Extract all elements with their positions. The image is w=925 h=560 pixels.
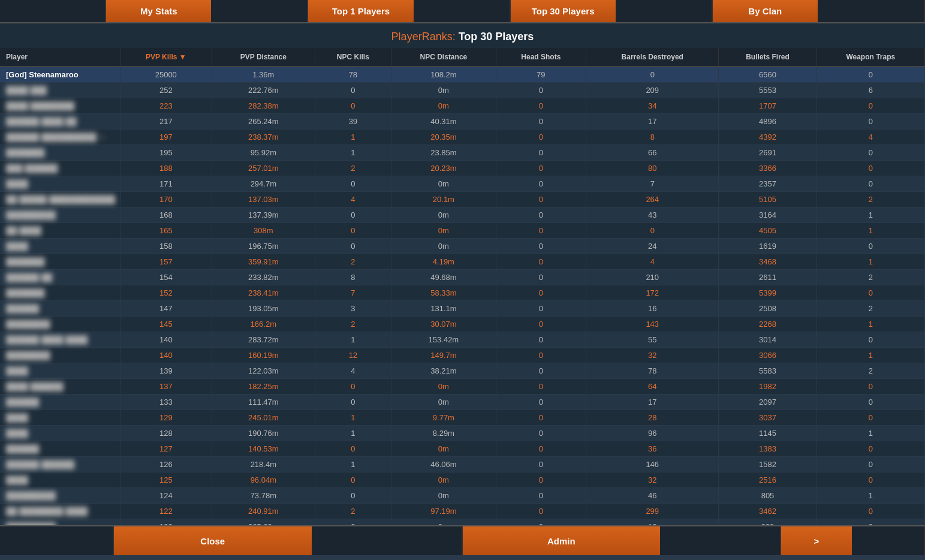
cell-pvp_dist: 193.05m — [212, 301, 315, 317]
cell-weapon_traps: 0 — [816, 472, 924, 488]
cell-npc_kills: 0 — [315, 519, 391, 526]
cell-pvp_kills: 165 — [120, 223, 212, 239]
nav-spacer-right — [819, 0, 925, 22]
table-row: ██████ ██154233.82m849.68m021026112 — [0, 270, 925, 285]
cell-weapon_traps: 0 — [816, 239, 924, 254]
cell-weapon_traps: 1 — [816, 207, 924, 223]
next-button[interactable]: > — [781, 526, 853, 555]
cell-npc_dist: 20.35m — [391, 130, 496, 145]
cell-head_shots: 0 — [496, 270, 586, 285]
cell-barrels: 8 — [586, 130, 719, 145]
table-row: ████158196.75m00m02416190 — [0, 239, 925, 254]
cell-head_shots: 0 — [496, 426, 586, 441]
cell-pvp_kills: 125 — [120, 472, 212, 488]
nav-spacer-left — [0, 0, 106, 22]
cell-npc_dist: 58.33m — [391, 285, 496, 301]
cell-pvp_dist: 96.04m — [212, 472, 315, 488]
cell-weapon_traps: 1 — [816, 317, 924, 332]
cell-head_shots: 0 — [496, 301, 586, 317]
col-player: Player — [0, 48, 120, 67]
cell-npc_dist: 0m — [391, 488, 496, 504]
table-row: ████12596.04m00m03225160 — [0, 472, 925, 488]
cell-pvp_dist: 245.01m — [212, 410, 315, 426]
cell-player: ██████ — [0, 441, 120, 457]
cell-pvp_kills: 128 — [120, 426, 212, 441]
cell-weapon_traps: 0 — [816, 379, 924, 395]
cell-weapon_traps: 0 — [816, 332, 924, 348]
cell-player: ███ ██████ — [0, 161, 120, 176]
cell-pvp_kills: 252 — [120, 83, 212, 98]
cell-npc_kills: 2 — [315, 161, 391, 176]
cell-bullets: 5399 — [719, 285, 816, 301]
cell-head_shots: 0 — [496, 472, 586, 488]
cell-barrels: 17 — [586, 395, 719, 410]
table-row: ██████ ████ ████140283.72m1153.42m055301… — [0, 332, 925, 348]
table-row: ██████ ████ ██217265.24m3940.31m01748960 — [0, 114, 925, 130]
cell-bullets: 1707 — [719, 98, 816, 114]
col-pvp-kills[interactable]: PVP Kills ▼ — [120, 48, 212, 67]
table-row: ████139122.03m438.21m07855832 — [0, 363, 925, 379]
cell-pvp_kills: 195 — [120, 145, 212, 161]
cell-pvp_kills: 126 — [120, 457, 212, 472]
cell-barrels: 172 — [586, 285, 719, 301]
cell-pvp_dist: 222.76m — [212, 83, 315, 98]
admin-button[interactable]: Admin — [463, 526, 662, 555]
table-row: ███████19595.92m123.85m06626910 — [0, 145, 925, 161]
cell-weapon_traps: 2 — [816, 301, 924, 317]
bottom-spacer-mid — [313, 526, 463, 555]
table-row: ████████145166.2m230.07m014322681 — [0, 317, 925, 332]
cell-player: ██████ ████ ██ — [0, 114, 120, 130]
cell-head_shots: 0 — [496, 130, 586, 145]
cell-bullets: 2097 — [719, 395, 816, 410]
cell-pvp_dist: 257.01m — [212, 161, 315, 176]
cell-pvp_kills: 152 — [120, 285, 212, 301]
cell-bullets: 4505 — [719, 223, 816, 239]
cell-npc_dist: 20.23m — [391, 161, 496, 176]
table-row: █████████122265.69m00m0139980 — [0, 519, 925, 526]
cell-bullets: 3164 — [719, 207, 816, 223]
cell-weapon_traps: 0 — [816, 67, 924, 83]
cell-weapon_traps: 1 — [816, 223, 924, 239]
cell-npc_dist: 23.85m — [391, 145, 496, 161]
table-row: ██ ████████ ████122240.91m297.19m0299346… — [0, 504, 925, 519]
cell-pvp_dist: 160.19m — [212, 348, 315, 363]
cell-pvp_dist: 265.69m — [212, 519, 315, 526]
cell-head_shots: 0 — [496, 176, 586, 192]
cell-pvp_dist: 140.53m — [212, 441, 315, 457]
cell-head_shots: 0 — [496, 83, 586, 98]
cell-pvp_kills: 154 — [120, 270, 212, 285]
cell-npc_kills: 0 — [315, 83, 391, 98]
tab-my-stats[interactable]: My Stats — [106, 0, 212, 22]
cell-pvp_dist: 240.91m — [212, 504, 315, 519]
cell-bullets: 1145 — [719, 426, 816, 441]
cell-player: ██████ ██████████ ☆ — [0, 130, 120, 145]
cell-npc_kills: 0 — [315, 472, 391, 488]
cell-weapon_traps: 0 — [816, 98, 924, 114]
cell-barrels: 32 — [586, 348, 719, 363]
tab-by-clan[interactable]: By Clan — [713, 0, 819, 22]
table-row: ████171294.7m00m0723570 — [0, 176, 925, 192]
cell-player: ████ — [0, 426, 120, 441]
table-row: ██████ ██████████ ☆197238.37m120.35m0843… — [0, 130, 925, 145]
table-row: ████129245.01m19.77m02830370 — [0, 410, 925, 426]
cell-barrels: 43 — [586, 207, 719, 223]
close-button[interactable]: Close — [114, 526, 313, 555]
table-row: ██████ ██████126218.4m146.06m014615820 — [0, 457, 925, 472]
cell-player: ████ — [0, 363, 120, 379]
tab-top1[interactable]: Top 1 Players — [308, 0, 414, 22]
col-head-shots: Head Shots — [496, 48, 586, 67]
table-row: ███ ██████188257.01m220.23m08033660 — [0, 161, 925, 176]
cell-weapon_traps: 1 — [816, 254, 924, 270]
table-row: ███████152238.41m758.33m017253990 — [0, 285, 925, 301]
page-title-main: Top 30 Players — [459, 31, 534, 43]
top-nav: My Stats Top 1 Players Top 30 Players By… — [0, 0, 925, 23]
cell-pvp_kills: 188 — [120, 161, 212, 176]
tab-top30[interactable]: Top 30 Players — [511, 0, 617, 22]
cell-npc_kills: 2 — [315, 254, 391, 270]
cell-player: ████████ — [0, 348, 120, 363]
nav-spacer-1 — [212, 0, 308, 22]
cell-npc_kills: 78 — [315, 67, 391, 83]
cell-bullets: 3462 — [719, 504, 816, 519]
bottom-spacer-right — [661, 526, 781, 555]
cell-npc_dist: 40.31m — [391, 114, 496, 130]
